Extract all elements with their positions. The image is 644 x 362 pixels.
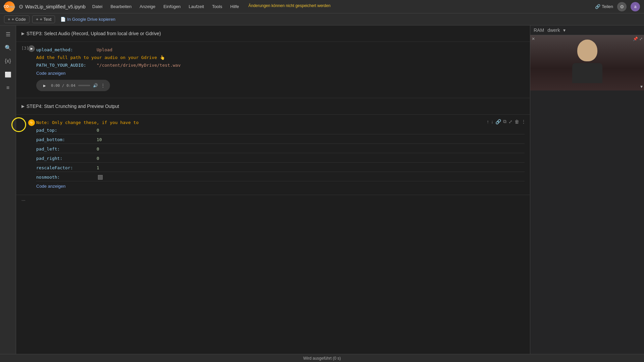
share-label: Teilen bbox=[602, 4, 613, 9]
drive-label: In Google Drive kopieren bbox=[67, 17, 115, 22]
audio-more-button[interactable]: ⋮ bbox=[101, 83, 105, 88]
user-avatar[interactable]: a bbox=[631, 2, 640, 11]
divider-2 bbox=[36, 143, 525, 144]
menu-hilfe[interactable]: Hilfe bbox=[229, 3, 240, 10]
person-head bbox=[577, 40, 597, 61]
panel-pin-icon[interactable]: 📌 bbox=[633, 37, 638, 41]
menu-laufzeit[interactable]: Laufzeit bbox=[187, 3, 206, 10]
menu-bearbeiten[interactable]: Bearbeiten bbox=[109, 3, 133, 10]
pad-left-row: pad_left: 0 bbox=[36, 145, 525, 153]
right-panel-toolbar: RAM dwerk ▾ bbox=[530, 25, 644, 35]
cell-toolbar: ↑ ↓ 🔗 ⧉ ⤢ 🗑 ⋮ bbox=[487, 119, 526, 124]
delete-cell-icon[interactable]: 🗑 bbox=[515, 119, 519, 124]
code-label: + Code bbox=[12, 17, 26, 22]
audio-progress-bar[interactable] bbox=[78, 85, 90, 86]
more-cell-icon[interactable]: ⋮ bbox=[521, 119, 526, 124]
settings-button[interactable]: ⚙ bbox=[617, 2, 627, 11]
pro-label: PRO bbox=[9, 5, 15, 9]
path-row: PATH_TO_YOUR_AUDIO: "/content/drive/MyDr… bbox=[36, 61, 525, 69]
divider-1 bbox=[36, 134, 525, 134]
panel-expand-btn[interactable]: ▾ bbox=[562, 27, 566, 34]
audio-play-button[interactable]: ▶ bbox=[41, 82, 48, 89]
step4-cell-content: ↻ Note: Only change these, if you have t… bbox=[16, 117, 530, 192]
step3-code-show-link[interactable]: Code anzeigen bbox=[36, 71, 65, 76]
panel-disk-label: dwerk bbox=[547, 27, 560, 34]
step3-header[interactable]: ▶ STEP3: Select Audio (Record, Upload fr… bbox=[16, 28, 530, 39]
video-container: ✕ 📌 ⤢ ▾ bbox=[530, 35, 644, 90]
sidebar-menu-icon[interactable]: ☰ bbox=[2, 28, 14, 40]
top-bar-right: 🔗 Teilen ⚙ a bbox=[595, 2, 640, 11]
left-sidebar: ☰ 🔍 {x} ⬜ ≡ bbox=[0, 25, 16, 354]
audio-volume-icon[interactable]: 🔊 bbox=[93, 83, 98, 88]
nosmooth-checkbox[interactable] bbox=[98, 175, 103, 180]
nosmooth-row: nosmooth: bbox=[36, 173, 525, 181]
move-down-icon[interactable]: ↓ bbox=[491, 119, 493, 124]
share-button[interactable]: 🔗 Teilen bbox=[595, 4, 613, 9]
plus-text-icon: + bbox=[36, 17, 39, 22]
divider-3 bbox=[36, 153, 525, 153]
top-bar: CO PRO ⊙ Wav2Lip_simplified_v5.ipynb Dat… bbox=[0, 0, 644, 13]
right-panel: RAM dwerk ▾ ✕ 📌 ⤢ ▾ bbox=[530, 25, 644, 354]
pad-right-label: pad_right: bbox=[36, 156, 97, 161]
divider-4 bbox=[36, 162, 525, 163]
step4-note: Note: Only change these, if you have to bbox=[36, 120, 139, 125]
plus-code-icon: + bbox=[8, 17, 10, 22]
note-row-step4: Note: Only change these, if you have to bbox=[36, 119, 525, 126]
running-spinner-icon: ↻ bbox=[30, 121, 33, 124]
rescale-row: rescaleFactor: 1 bbox=[36, 164, 525, 172]
sidebar-toc-icon[interactable]: ≡ bbox=[2, 82, 14, 94]
pad-top-row: pad_top: 0 bbox=[36, 126, 525, 134]
menu-datei[interactable]: Datei bbox=[91, 3, 104, 10]
copy-cell-icon[interactable]: ⧉ bbox=[503, 119, 506, 124]
expand-cell-icon[interactable]: ⤢ bbox=[508, 119, 513, 124]
sidebar-search-icon[interactable]: 🔍 bbox=[2, 42, 14, 54]
copy-to-drive-button[interactable]: 📄 In Google Drive kopieren bbox=[58, 16, 118, 23]
rescale-label: rescaleFactor: bbox=[36, 165, 97, 170]
unsaved-warning: Änderungen können nicht gespeichert werd… bbox=[249, 3, 331, 10]
cell-number-3: [3] bbox=[21, 46, 29, 51]
run-button-3[interactable]: ▶ bbox=[28, 45, 35, 52]
pad-top-label: pad_top: bbox=[36, 128, 97, 133]
panel-ram-label: RAM bbox=[533, 27, 545, 34]
status-text: Wird ausgeführt (0 s) bbox=[303, 356, 341, 361]
step4-collapse-arrow: ▶ bbox=[21, 104, 24, 109]
path-value: "/content/drive/MyDrive/test.wav bbox=[97, 63, 180, 68]
menu-tools[interactable]: Tools bbox=[211, 3, 223, 10]
add-text-button[interactable]: + + Text bbox=[32, 15, 55, 23]
step4-title: STEP4: Start Crunching and Preview Outpu… bbox=[26, 104, 119, 109]
video-close-icon[interactable]: ✕ bbox=[532, 37, 535, 41]
step4-header[interactable]: ▶ STEP4: Start Crunching and Preview Out… bbox=[16, 101, 530, 112]
divider-5 bbox=[36, 172, 525, 172]
panel-popout-icon[interactable]: ⤢ bbox=[639, 37, 643, 41]
menu-einfuegen[interactable]: Einfügen bbox=[162, 3, 182, 10]
step4-code-show-link[interactable]: Code anzeigen bbox=[36, 184, 65, 189]
step3-title: STEP3: Select Audio (Record, Upload from… bbox=[26, 31, 161, 36]
run-button-4-running[interactable]: ↻ bbox=[28, 119, 35, 126]
move-up-icon[interactable]: ↑ bbox=[487, 119, 489, 124]
colab-logo: CO PRO bbox=[4, 1, 15, 12]
upload-method-label: upload_method: bbox=[36, 47, 97, 52]
step4-header-cell: ▶ STEP4: Start Crunching and Preview Out… bbox=[16, 98, 530, 115]
path-label: PATH_TO_YOUR_AUDIO: bbox=[36, 63, 97, 68]
add-code-button[interactable]: + + Code bbox=[4, 15, 30, 23]
nosmooth-label: nosmooth: bbox=[36, 175, 97, 180]
rescale-value: 1 bbox=[97, 165, 99, 170]
upload-method-value: Upload bbox=[97, 47, 112, 52]
pad-bottom-value: 10 bbox=[97, 137, 102, 142]
pad-bottom-row: pad_bottom: 10 bbox=[36, 136, 525, 143]
step3-header-cell: ▶ STEP3: Select Audio (Record, Upload fr… bbox=[16, 25, 530, 42]
video-person bbox=[530, 35, 644, 90]
pad-left-value: 0 bbox=[97, 146, 99, 152]
share-icon: 🔗 bbox=[595, 4, 600, 9]
sidebar-files-icon[interactable]: ⬜ bbox=[2, 68, 14, 80]
pad-right-value: 0 bbox=[97, 156, 99, 161]
sidebar-variables-icon[interactable]: {x} bbox=[2, 55, 14, 67]
step3-collapse-arrow: ▶ bbox=[21, 31, 24, 36]
link-icon[interactable]: 🔗 bbox=[495, 119, 501, 124]
pad-right-row: pad_right: 0 bbox=[36, 155, 525, 162]
panel-bottom-expand-icon[interactable]: ▾ bbox=[640, 84, 643, 89]
step3-cell-content: [3] ▶ upload_method: Upload Add the full… bbox=[16, 45, 530, 95]
step3-content-cell: [3] ▶ upload_method: Upload Add the full… bbox=[16, 42, 530, 98]
menu-anzeige[interactable]: Anzeige bbox=[138, 3, 157, 10]
notebook-area: ▶ STEP3: Select Audio (Record, Upload fr… bbox=[16, 25, 530, 354]
